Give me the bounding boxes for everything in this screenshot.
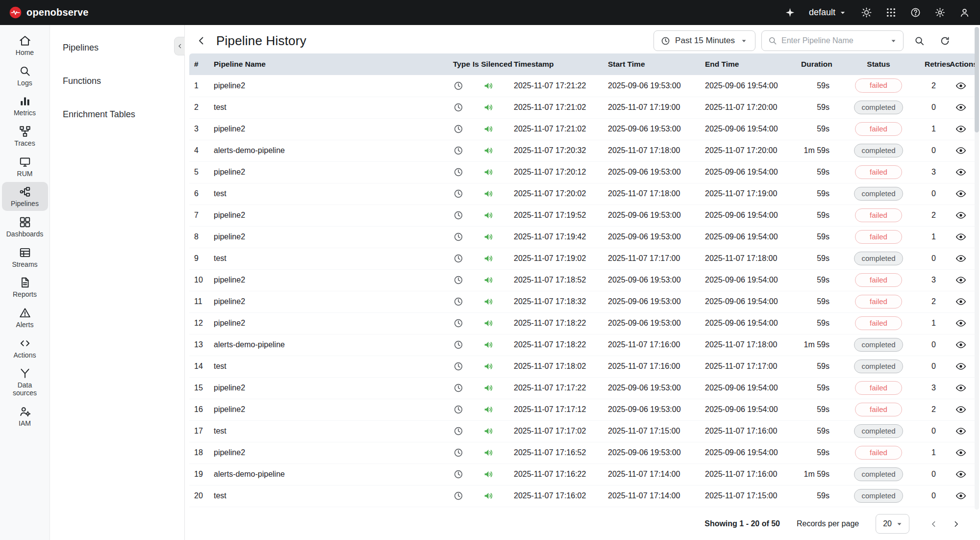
view-details-button[interactable] — [953, 229, 969, 245]
sidebar-item-streams[interactable]: Streams — [2, 243, 48, 272]
column-header-duration: Duration — [796, 53, 834, 75]
theme-toggle-sun-icon[interactable] — [861, 7, 872, 18]
sidebar-item-traces[interactable]: Traces — [2, 122, 48, 151]
scrollbar-thumb[interactable] — [975, 27, 979, 132]
view-details-button[interactable] — [953, 315, 969, 331]
sidebar-item-data-sources[interactable]: Data sources — [2, 363, 48, 400]
sidebar-item-alerts[interactable]: Alerts — [2, 303, 48, 332]
sidebar-item-metrics[interactable]: Metrics — [2, 91, 48, 120]
is-silenced-cell — [468, 291, 509, 312]
clock-icon — [453, 404, 464, 415]
subnav-item-pipelines[interactable]: Pipelines — [50, 31, 184, 64]
sidebar-item-reports[interactable]: Reports — [2, 273, 48, 302]
next-page-button[interactable] — [949, 516, 963, 531]
actions-cell — [945, 248, 977, 269]
pipeline-name-search[interactable] — [761, 30, 904, 51]
is-silenced-cell — [468, 463, 509, 485]
refresh-button[interactable] — [935, 31, 955, 51]
sidebar-item-home[interactable]: Home — [2, 31, 48, 60]
collapse-subnav-button[interactable] — [174, 37, 185, 55]
timestamp-cell: 2025-11-07 17:18:32 — [509, 291, 603, 312]
subnav-item-enrichment-tables[interactable]: Enrichment Tables — [50, 98, 184, 131]
view-details-button[interactable] — [953, 423, 969, 439]
end-time-cell: 2025-11-07 17:17:00 — [700, 356, 796, 377]
sidebar-item-pipelines[interactable]: Pipelines — [2, 182, 48, 211]
apps-grid-icon[interactable] — [885, 7, 897, 18]
settings-gear-icon[interactable] — [934, 7, 946, 18]
view-details-button[interactable] — [953, 402, 969, 417]
sidebar-item-dashboards[interactable]: Dashboards — [2, 212, 48, 241]
view-details-button[interactable] — [953, 359, 969, 374]
records-per-page-label: Records per page — [797, 519, 859, 528]
view-details-button[interactable] — [953, 100, 969, 115]
clock-icon — [453, 102, 464, 113]
end-time-cell: 2025-09-06 19:54:00 — [700, 205, 796, 226]
org-selector[interactable]: default — [809, 7, 848, 18]
records-per-page-select[interactable]: 20 — [876, 514, 909, 534]
eye-icon — [955, 210, 966, 221]
prev-page-button[interactable] — [926, 516, 941, 531]
view-details-button[interactable] — [953, 143, 969, 158]
pipeline-history-table-wrap: #Pipeline NameTypeIs SilencedTimestampSt… — [185, 53, 980, 507]
view-details-button[interactable] — [953, 337, 969, 353]
ai-sparkle-icon[interactable] — [784, 7, 796, 18]
view-details-button[interactable] — [953, 294, 969, 309]
row-index: 12 — [189, 312, 209, 334]
row-index: 14 — [189, 356, 209, 377]
pipeline-name: pipeline2 — [209, 291, 448, 312]
pipeline-name-input[interactable] — [781, 36, 885, 45]
view-details-button[interactable] — [953, 466, 969, 482]
table-row: 17test2025-11-07 17:17:022025-11-07 17:1… — [189, 420, 977, 442]
view-details-button[interactable] — [953, 272, 969, 288]
is-silenced-cell — [468, 442, 509, 463]
is-silenced-cell — [468, 399, 509, 420]
duration-cell: 59s — [796, 75, 834, 97]
end-time-cell: 2025-09-06 19:54:00 — [700, 442, 796, 463]
end-time-cell: 2025-11-07 17:15:00 — [700, 485, 796, 507]
sidebar-item-rum[interactable]: RUM — [2, 152, 48, 181]
row-index: 17 — [189, 420, 209, 442]
subnav-item-functions[interactable]: Functions — [50, 64, 184, 98]
sidebar-item-iam[interactable]: IAM — [2, 402, 48, 431]
column-header-actions: Actions — [945, 53, 977, 75]
eye-icon — [955, 253, 966, 264]
view-details-button[interactable] — [953, 186, 969, 202]
view-details-button[interactable] — [953, 164, 969, 180]
duration-cell: 59s — [796, 183, 834, 205]
type-cell — [448, 356, 468, 377]
streams-icon — [19, 246, 31, 259]
table-row: 15pipeline22025-11-07 17:17:222025-09-06… — [189, 377, 977, 399]
clock-icon — [660, 36, 671, 46]
view-details-button[interactable] — [953, 78, 969, 94]
timestamp-cell: 2025-11-07 17:19:52 — [509, 205, 603, 226]
view-details-button[interactable] — [953, 251, 969, 266]
status-badge: completed — [854, 360, 903, 374]
vertical-scrollbar[interactable] — [975, 27, 979, 510]
view-details-button[interactable] — [953, 207, 969, 223]
time-range-selector[interactable]: Past 15 Minutes — [653, 30, 755, 51]
start-time-cell: 2025-09-06 19:53:00 — [603, 118, 700, 140]
start-time-cell: 2025-11-07 17:15:00 — [603, 420, 700, 442]
back-button[interactable] — [193, 32, 210, 50]
eye-icon — [955, 231, 966, 242]
duration-cell: 1m 59s — [796, 463, 834, 485]
table-row: 4alerts-demo-pipeline2025-11-07 17:20:32… — [189, 140, 977, 161]
clock-icon — [453, 231, 464, 242]
help-icon[interactable] — [910, 7, 921, 18]
view-details-button[interactable] — [953, 121, 969, 137]
retries-cell: 1 — [923, 312, 945, 334]
view-details-button[interactable] — [953, 445, 969, 461]
chevron-down-icon[interactable] — [889, 36, 898, 46]
status-cell: completed — [834, 140, 923, 161]
type-cell — [448, 161, 468, 183]
brand[interactable]: openobserve — [9, 6, 89, 19]
time-range-value: Past 15 Minutes — [675, 36, 735, 46]
user-profile-icon[interactable] — [959, 7, 970, 18]
sidebar-item-logs[interactable]: Logs — [2, 61, 48, 90]
view-details-button[interactable] — [953, 488, 969, 504]
actions-cell — [945, 140, 977, 161]
sidebar-item-actions[interactable]: Actions — [2, 334, 48, 362]
view-details-button[interactable] — [953, 380, 969, 396]
search-button[interactable] — [909, 31, 929, 51]
start-time-cell: 2025-09-06 19:53:00 — [603, 377, 700, 399]
